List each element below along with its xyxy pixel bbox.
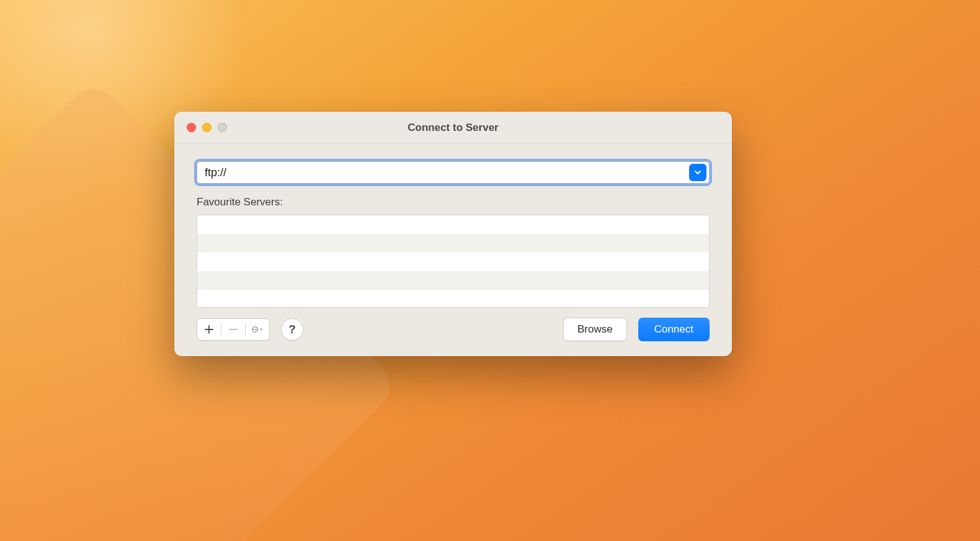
svg-point-1 [253, 329, 254, 329]
maximize-button [218, 123, 227, 132]
minimize-button[interactable] [202, 123, 212, 132]
titlebar: Connect to Server [174, 112, 732, 144]
remove-favorite-button [221, 318, 245, 341]
list-row [197, 271, 709, 290]
svg-point-3 [256, 329, 256, 329]
favorites-toolbar [197, 318, 270, 341]
connect-to-server-dialog: Connect to Server Favourite Servers: [174, 112, 732, 356]
server-address-field-wrap [197, 161, 710, 184]
favorites-label: Favourite Servers: [197, 196, 710, 208]
connect-button[interactable]: Connect [638, 318, 710, 341]
list-row [197, 253, 709, 271]
svg-point-2 [254, 329, 255, 329]
chevron-down-icon [694, 169, 702, 176]
browse-button[interactable]: Browse [563, 318, 627, 341]
dialog-content: Favourite Servers: [174, 144, 732, 356]
add-favorite-button[interactable] [197, 318, 221, 341]
list-row [197, 215, 709, 234]
dialog-footer: ? Browse Connect [197, 318, 710, 341]
list-row [197, 234, 709, 253]
list-row [197, 290, 709, 308]
plus-icon [204, 324, 214, 334]
recent-servers-dropdown[interactable] [689, 164, 706, 181]
window-title: Connect to Server [174, 122, 732, 134]
minus-icon [228, 324, 238, 334]
traffic-lights [174, 123, 227, 132]
favorite-servers-list[interactable] [197, 215, 710, 308]
more-actions-button[interactable] [246, 318, 269, 341]
help-button[interactable]: ? [281, 318, 303, 341]
server-address-input[interactable] [197, 166, 689, 179]
chevron-down-icon [259, 326, 263, 333]
close-button[interactable] [187, 123, 196, 132]
server-address-row [197, 161, 710, 184]
ellipsis-circle-icon [252, 324, 258, 335]
